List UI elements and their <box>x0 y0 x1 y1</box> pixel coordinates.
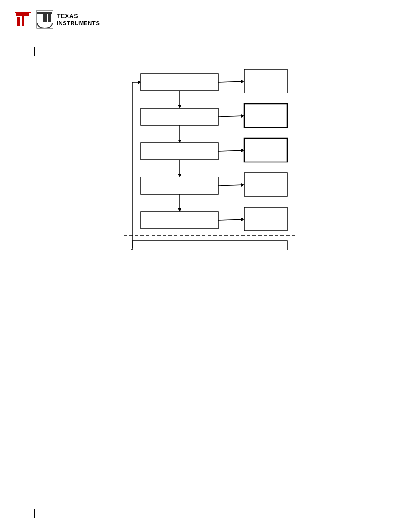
svg-marker-32 <box>241 183 244 187</box>
svg-marker-34 <box>241 218 244 221</box>
svg-rect-8 <box>141 108 218 125</box>
brand-texas: Texas <box>57 12 100 20</box>
flowchart-svg <box>98 65 313 250</box>
svg-marker-20 <box>178 140 181 143</box>
svg-rect-15 <box>244 173 287 196</box>
header: Texas Instruments <box>0 0 411 39</box>
svg-rect-11 <box>141 212 218 229</box>
svg-rect-12 <box>244 69 287 93</box>
svg-marker-24 <box>178 208 181 212</box>
svg-marker-36 <box>138 81 141 84</box>
brand-text: Texas Instruments <box>57 12 100 26</box>
svg-rect-14 <box>244 138 287 162</box>
svg-line-31 <box>218 185 243 186</box>
svg-rect-39 <box>132 241 287 250</box>
svg-marker-22 <box>178 174 181 177</box>
svg-line-27 <box>218 116 243 117</box>
page-wrapper: Texas Instruments <box>0 0 411 532</box>
main-content <box>0 61 411 263</box>
svg-rect-13 <box>244 104 287 128</box>
ti-brand-icon <box>36 10 53 29</box>
svg-rect-6 <box>48 16 51 22</box>
svg-rect-10 <box>141 177 218 194</box>
footer-divider <box>13 504 398 504</box>
svg-rect-5 <box>48 12 51 16</box>
svg-rect-7 <box>141 74 218 91</box>
svg-rect-9 <box>141 143 218 160</box>
brand-instruments: Instruments <box>57 20 100 27</box>
svg-line-29 <box>218 150 243 151</box>
svg-marker-18 <box>178 105 181 108</box>
svg-line-25 <box>218 81 243 82</box>
logo-area: Texas Instruments <box>13 9 100 29</box>
svg-rect-4 <box>43 14 47 22</box>
small-box-top <box>34 47 60 56</box>
footer-small-box <box>34 509 103 518</box>
svg-line-33 <box>218 219 243 220</box>
svg-rect-16 <box>244 207 287 231</box>
ti-logo-icon <box>13 9 33 29</box>
header-divider <box>13 39 398 39</box>
svg-marker-26 <box>241 80 244 83</box>
